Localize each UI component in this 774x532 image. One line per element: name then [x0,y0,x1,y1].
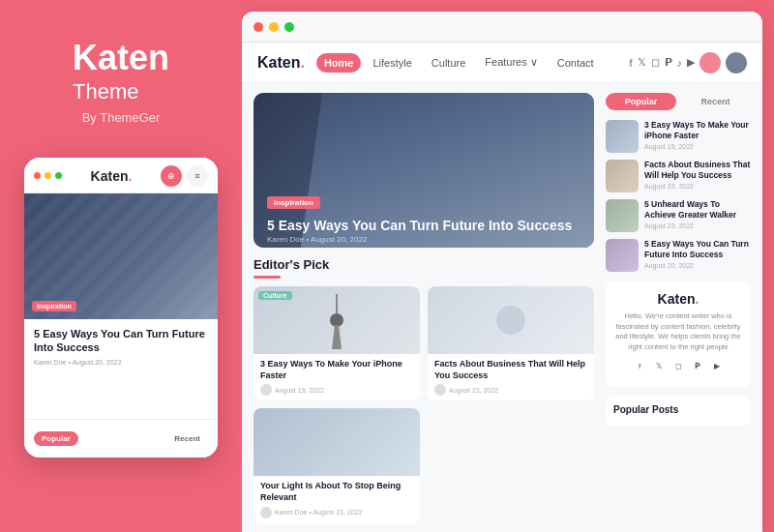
mobile-tab-popular[interactable]: Popular [34,431,78,446]
hero-tag: Inspiration [267,196,320,209]
editor-card-2: Facts About Business That Will Help You … [428,286,594,400]
editor-card-2-meta: August 23, 2022 [434,384,587,396]
editor-card-3-title: Your Light Is About To Stop Being Releva… [260,481,413,503]
editor-card-1-image: Culture [253,286,420,354]
sidebar-pinterest-icon[interactable]: 𝗣 [690,358,705,373]
mobile-actions: ⊕ ≡ [161,165,208,187]
recent-thumb-4 [606,239,639,272]
editor-card-2-avatar [434,384,446,396]
sidebar-tabs: Popular Recent [606,93,751,110]
sidebar-tab-recent[interactable]: Recent [680,93,751,110]
recent-item-3: 5 Unheard Ways To Achieve Greater Walker… [606,199,751,232]
light-bulb-1 [330,313,343,327]
editor-card-2-date: August 23, 2022 [449,387,498,394]
recent-item-4: 5 Easy Ways You Can Turn Future Into Suc… [606,239,751,272]
sidebar-facebook-icon[interactable]: f [632,358,647,373]
editor-card-1-body: 3 Easy Ways To Make Your iPhone Faster A… [253,354,420,400]
nav-youtube-icon[interactable]: ▶ [687,56,695,69]
recent-date-4: August 20, 2022 [644,262,751,269]
nav-avatar-1 [700,52,721,74]
hero-card: Inspiration 5 Easy Ways You Can Turn Fut… [253,93,594,248]
nav-facebook-icon[interactable]: f [629,57,632,69]
mobile-mockup: Katen. ⊕ ≡ Inspiration 5 Easy Ways You C… [24,158,218,458]
editor-card-2-body: Facts About Business That Will Help You … [428,354,594,400]
brand-title: Katen [73,39,169,77]
browser-dot-yellow [269,22,279,32]
editor-card-3-meta: Karen Doe • August 23, 2022 [260,507,413,518]
popular-posts-title: Popular Posts [613,404,743,415]
editor-card-3: Your Light Is About To Stop Being Releva… [253,408,420,522]
center-column: Inspiration 5 Easy Ways You Can Turn Fut… [253,93,594,532]
sidebar-twitter-icon[interactable]: 𝕏 [651,358,667,373]
editor-card-2-title: Facts About Business That Will Help You … [434,359,587,381]
sidebar-social-icons: f 𝕏 ◻ 𝗣 ▶ [615,358,741,373]
right-sidebar: Popular Recent 3 Easy Ways To Make Your … [606,93,751,532]
sidebar-tab-popular[interactable]: Popular [606,93,676,110]
browser-dot-green [284,22,294,32]
nav-link-features[interactable]: Features ∨ [477,52,545,73]
mobile-tab-recent[interactable]: Recent [166,431,208,446]
recent-title-3: 5 Unheard Ways To Achieve Greater Walker [644,199,751,221]
mobile-article-meta: Karen Doe • August 20, 2022 [34,359,208,366]
recent-info-1: 3 Easy Ways To Make Your iPhone Faster A… [644,120,751,150]
mobile-hero-image: Inspiration [24,193,218,319]
sidebar-instagram-icon[interactable]: ◻ [670,358,686,373]
mobile-top-bar: Katen. ⊕ ≡ [24,158,218,193]
light-fixture-1 [327,325,346,349]
editor-card-3-body: Your Light Is About To Stop Being Releva… [253,476,420,522]
browser-window: Katen. Home Lifestyle Culture Features ∨… [242,12,762,532]
nav-twitter-icon[interactable]: 𝕏 [638,56,646,69]
brand-name: Katen Theme [73,39,169,104]
mobile-dot-green [55,172,62,179]
nav-instagram-icon[interactable]: ◻ [651,56,660,69]
nav-tiktok-icon[interactable]: ♪ [677,57,683,69]
mobile-search-btn[interactable]: ⊕ [161,165,182,187]
hero-title: 5 Easy Ways You Can Turn Future Into Suc… [267,217,580,234]
browser-chrome [242,12,762,43]
site-nav-brand: Katen. [257,54,305,72]
sidebar-youtube-icon[interactable]: ▶ [709,358,725,373]
nav-link-home[interactable]: Home [316,53,362,73]
mobile-dot-yellow [45,172,51,179]
left-panel: Katen Theme By ThemeGer Katen. ⊕ ≡ Inspi… [0,0,242,532]
recent-date-3: August 23, 2022 [644,222,751,229]
browser-dot-red [253,22,263,32]
sidebar-brand-description: Hello, We're content writer who is fasci… [615,311,741,352]
nav-links: Home Lifestyle Culture Features ∨ Contac… [316,52,618,73]
brand-by: By ThemeGer [82,110,161,125]
mobile-article-content: 5 Easy Ways You Can Turn Future Into Suc… [24,319,218,374]
nav-pinterest-icon[interactable]: 𝗣 [665,56,672,69]
nav-social-icons: f 𝕏 ◻ 𝗣 ♪ ▶ [629,52,747,74]
hero-meta: Karen Doe • August 20, 2022 [267,235,367,244]
recent-item-2: Facts About Business That Will Help You … [606,160,751,192]
editor-card-1-date: August 19, 2022 [275,387,324,394]
nav-avatar-2 [726,52,747,74]
recent-articles-list: 3 Easy Ways To Make Your iPhone Faster A… [606,120,751,272]
nav-link-contact[interactable]: Contact [550,53,602,73]
recent-title-2: Facts About Business That Will Help You … [644,160,751,181]
editor-card-1-avatar [260,384,272,396]
editors-pick-section: Editor's Pick Culture 3 [253,257,594,523]
editor-card-3-image [253,408,420,476]
recent-title-4: 5 Easy Ways You Can Turn Future Into Suc… [644,239,751,260]
recent-info-3: 5 Unheard Ways To Achieve Greater Walker… [644,199,751,229]
recent-thumb-3 [606,199,639,232]
recent-thumb-1 [606,120,639,153]
editor-card-1-meta: August 19, 2022 [260,384,413,396]
editors-pick-grid: Culture 3 Easy Ways To Make Your iPhone … [253,286,594,523]
section-underline [253,276,281,279]
recent-title-1: 3 Easy Ways To Make Your iPhone Faster [644,120,751,141]
light-cord-1 [336,294,338,313]
mobile-menu-btn[interactable]: ≡ [187,165,208,187]
main-content-area: Inspiration 5 Easy Ways You Can Turn Fut… [242,83,762,532]
popular-posts-section: Popular Posts [606,397,751,426]
editor-card-1-tag: Culture [258,291,292,300]
editor-card-1-title: 3 Easy Ways To Make Your iPhone Faster [260,359,413,381]
nav-link-lifestyle[interactable]: Lifestyle [365,53,419,73]
recent-item-1: 3 Easy Ways To Make Your iPhone Faster A… [606,120,751,153]
recent-info-4: 5 Easy Ways You Can Turn Future Into Suc… [644,239,751,269]
editor-card-1: Culture 3 Easy Ways To Make Your iPhone … [253,286,420,400]
recent-thumb-2 [606,160,639,192]
brand-subtitle: Theme [73,79,169,104]
nav-link-culture[interactable]: Culture [424,53,473,73]
